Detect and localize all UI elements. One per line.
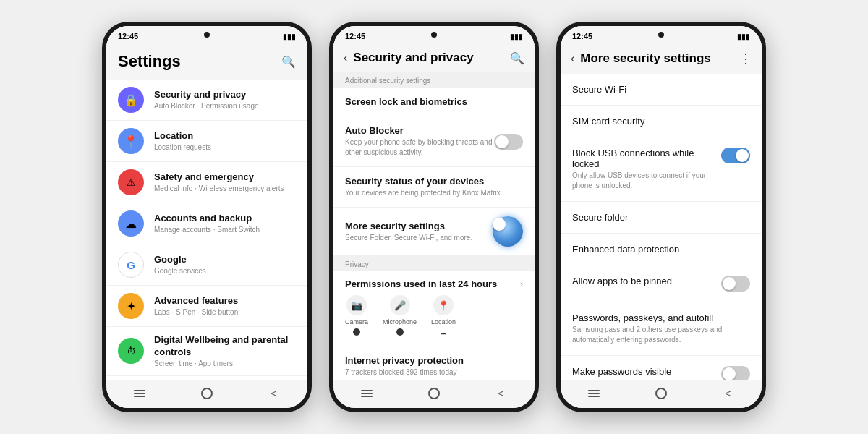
permissions-section[interactable]: Permissions used in last 24 hours › 📷 Ca… <box>333 271 535 346</box>
nav-bar-2: < <box>333 380 535 408</box>
moresecurity-toggle[interactable] <box>493 216 523 247</box>
nav-line-2c <box>361 396 373 397</box>
securefolder-item[interactable]: Secure folder <box>561 202 762 234</box>
permissions-title: Permissions used in last 24 hours <box>345 278 497 289</box>
autoblocker-row: Auto Blocker Keep your phone safe by blo… <box>345 125 523 158</box>
settings-header: Settings 🔍 <box>106 43 307 77</box>
nav-home-2[interactable] <box>422 386 446 401</box>
blockusb-text: Block USB connections while locked Only … <box>572 148 715 191</box>
security-privacy-title: Security and privacy <box>353 51 504 65</box>
settings-item-advanced[interactable]: ✦ Advanced features Labs · S Pen · Side … <box>106 286 307 327</box>
securitystatus-item[interactable]: Security status of your devices Your dev… <box>333 167 535 208</box>
makevisible-text: Make passwords visible Show password cha… <box>572 366 715 380</box>
moresecurity-title: More security settings <box>345 221 493 231</box>
google-title: Google <box>154 254 296 266</box>
nav-back-chevron-3: < <box>726 388 731 399</box>
nav-lines-icon-3 <box>588 390 600 397</box>
google-icon: G <box>118 252 144 278</box>
nav-back-3[interactable]: < <box>717 386 740 401</box>
allowpinned-item[interactable]: Allow apps to be pinned <box>561 265 762 302</box>
nav-home-3[interactable] <box>650 386 673 401</box>
nav-line-3b <box>588 393 600 394</box>
autoblocker-text: Auto Blocker Keep your phone safe by blo… <box>345 125 494 158</box>
passwords-title: Passwords, passkeys, and autofill <box>572 312 750 323</box>
nav-home-circle-1 <box>201 388 213 399</box>
nav-back-chevron-1: < <box>271 388 277 399</box>
location-icon: 📍 <box>118 128 144 154</box>
permissions-icons-row: 📷 Camera 🎤 Microphone 📍 Location – <box>345 295 523 339</box>
back-arrow-3[interactable]: ‹ <box>571 52 574 65</box>
accounts-subtitle: Manage accounts · Smart Switch <box>154 225 296 234</box>
internet-privacy-item[interactable]: Internet privacy protection 7 trackers b… <box>333 346 535 380</box>
screenlock-item[interactable]: Screen lock and biometrics <box>333 88 535 116</box>
safety-icon: ⚠ <box>118 169 144 195</box>
settings-item-security[interactable]: 🔒 Security and privacy Auto Blocker · Pe… <box>106 80 307 121</box>
securitystatus-title: Security status of your devices <box>345 176 523 187</box>
allowpinned-row: Allow apps to be pinned <box>572 276 750 292</box>
search-icon-1[interactable]: 🔍 <box>281 55 296 69</box>
settings-item-location[interactable]: 📍 Location Location requests <box>106 121 307 162</box>
location-dash: – <box>441 328 446 339</box>
securewifi-item[interactable]: Secure Wi-Fi <box>561 74 762 106</box>
more-options-icon[interactable]: ⋮ <box>739 51 752 67</box>
autoblocker-item[interactable]: Auto Blocker Keep your phone safe by blo… <box>333 116 535 167</box>
settings-item-safety[interactable]: ⚠ Safety and emergency Medical info · Wi… <box>106 162 307 203</box>
microphone-dot-indicator <box>396 328 404 336</box>
nav-back-2[interactable]: < <box>490 386 513 401</box>
search-icon-2[interactable]: 🔍 <box>510 51 524 65</box>
advanced-icon: ✦ <box>118 293 144 319</box>
nav-recents-2[interactable] <box>355 386 378 401</box>
camera-dot-indicator <box>353 328 360 336</box>
wellbeing-text: Digital Wellbeing and parental controls … <box>154 334 296 368</box>
accounts-text: Accounts and backup Manage accounts · Sm… <box>154 213 296 234</box>
allowpinned-title: Allow apps to be pinned <box>572 276 715 286</box>
location-title: Location <box>154 130 296 142</box>
security-icon: 🔒 <box>118 87 144 113</box>
settings-item-google[interactable]: G Google Google services <box>106 244 307 286</box>
back-arrow-2[interactable]: ‹ <box>344 51 347 64</box>
camera-dot-3 <box>658 32 664 38</box>
phone-2-screen: 12:45 ▮▮▮ ‹ Security and privacy 🔍 Addit… <box>333 26 535 408</box>
autoblocker-toggle[interactable] <box>494 134 523 150</box>
safety-text: Safety and emergency Medical info · Wire… <box>154 171 296 193</box>
blockusb-toggle[interactable] <box>721 148 750 163</box>
nav-line-1b <box>134 393 145 394</box>
nav-recents-3[interactable] <box>582 386 605 401</box>
google-subtitle: Google services <box>154 266 296 276</box>
location-icon-circle: 📍 <box>433 295 454 315</box>
nav-home-1[interactable] <box>195 386 218 401</box>
settings-title: Settings <box>118 52 181 71</box>
simcard-item[interactable]: SIM card security <box>561 106 762 137</box>
blockusb-item[interactable]: Block USB connections while locked Only … <box>561 137 762 202</box>
additional-security-label: Additional security settings <box>333 72 535 88</box>
phone-1-content: Settings 🔍 🔒 Security and privacy Auto B… <box>106 43 307 380</box>
moresecurity-nav-header: ‹ More security settings ⋮ <box>561 43 762 74</box>
advanced-title: Advanced features <box>154 295 296 307</box>
settings-item-accounts[interactable]: ☁ Accounts and backup Manage accounts · … <box>106 203 307 244</box>
phone-3-content: ‹ More security settings ⋮ Secure Wi-Fi … <box>561 43 762 380</box>
permissions-title-row: Permissions used in last 24 hours › <box>345 278 523 289</box>
perm-microphone: 🎤 Microphone <box>383 295 417 339</box>
makevisible-item[interactable]: Make passwords visible Show password cha… <box>561 356 762 380</box>
nav-home-circle-2 <box>428 388 440 399</box>
enhanceddata-item[interactable]: Enhanced data protection <box>561 234 762 265</box>
more-security-title: More security settings <box>580 51 733 66</box>
microphone-icon-circle: 🎤 <box>390 295 410 315</box>
makevisible-toggle[interactable] <box>721 366 750 380</box>
moresecurity-item[interactable]: More security settings Secure Folder, Se… <box>333 208 535 256</box>
signal-3: ▮▮▮ <box>737 33 750 41</box>
microphone-perm-label: Microphone <box>383 318 417 326</box>
allowpinned-toggle[interactable] <box>721 276 750 292</box>
nav-line-3a <box>588 390 600 391</box>
passwords-item[interactable]: Passwords, passkeys, and autofill Samsun… <box>561 302 762 356</box>
nav-recents-1[interactable] <box>128 386 151 401</box>
wellbeing-subtitle: Screen time · App timers <box>154 359 296 368</box>
settings-item-wellbeing[interactable]: ⏱ Digital Wellbeing and parental control… <box>106 327 307 376</box>
nav-back-1[interactable]: < <box>263 386 286 401</box>
nav-bar-1: < <box>106 380 307 408</box>
securefolder-title: Secure folder <box>572 212 750 223</box>
phone-3-screen: 12:45 ▮▮▮ ‹ More security settings ⋮ Sec… <box>561 26 762 408</box>
perm-camera: 📷 Camera <box>345 295 368 339</box>
permissions-chevron: › <box>520 279 523 289</box>
allowpinned-text: Allow apps to be pinned <box>572 276 715 286</box>
